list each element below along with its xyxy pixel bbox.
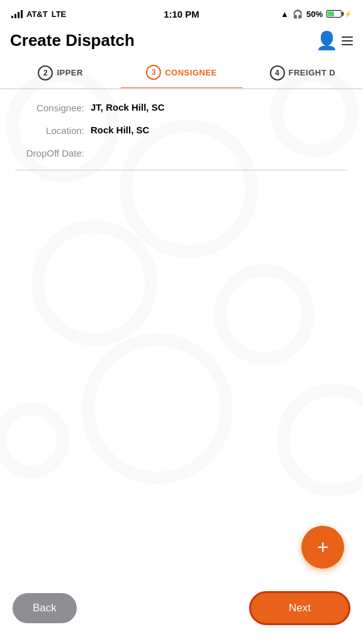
next-button[interactable]: Next [249,591,350,625]
step-tabs: 2 IPPER 3 CONSIGNEE 4 FREIGHT D [0,57,363,89]
svg-point-7 [283,390,363,491]
charging-icon: ⚡ [344,11,352,18]
header: Create Dispatch 👤 [0,25,363,57]
user-icon: 👤 [316,30,338,51]
svg-point-4 [220,270,308,358]
consignee-value: JT, Rock Hill, SC [91,102,165,113]
tab-consignee[interactable]: 3 CONSIGNEE [121,57,242,89]
location-row: Location: Rock Hill, SC [15,125,348,136]
status-bar: AT&T LTE 1:10 PM ▲ 🎧 50% ⚡ [0,0,363,25]
signal-icon [11,9,23,18]
form-divider [15,170,348,170]
svg-point-6 [0,409,63,472]
battery-percent: 50% [306,9,323,19]
battery-icon [327,10,342,18]
headphones-icon: 🎧 [293,9,303,19]
bottom-navigation: Back Next [0,580,363,644]
location-value: Rock Hill, SC [91,125,149,135]
back-button[interactable]: Back [13,593,77,623]
location-label: Location: [15,125,91,136]
tab-consignee-label: CONSIGNEE [165,68,217,77]
svg-point-5 [88,340,226,478]
form-section: Consignee: JT, Rock Hill, SC Location: R… [0,89,363,188]
tab-freight-label: FREIGHT D [289,68,336,77]
status-left: AT&T LTE [11,9,66,19]
tab-freight[interactable]: 4 FREIGHT D [242,57,363,88]
tab-freight-number: 4 [270,65,285,80]
dropoff-label: DropOff Date: [15,147,91,158]
status-time: 1:10 PM [164,9,199,19]
network-type-label: LTE [52,9,67,19]
tab-shipper[interactable]: 2 IPPER [0,57,121,88]
location-icon: ▲ [281,9,289,19]
carrier-label: AT&T [26,9,48,19]
menu-icon [342,36,353,45]
add-button[interactable]: + [301,526,344,569]
dropoff-date-row: DropOff Date: [15,147,348,158]
plus-icon: + [317,537,329,557]
consignee-row: Consignee: JT, Rock Hill, SC [15,102,348,113]
user-menu-button[interactable]: 👤 [316,30,353,51]
tab-shipper-label: IPPER [57,68,83,77]
svg-point-3 [38,226,151,340]
tab-shipper-number: 2 [38,65,53,80]
page-title: Create Dispatch [10,31,135,50]
tab-consignee-number: 3 [146,65,161,80]
status-right: ▲ 🎧 50% ⚡ [281,9,352,19]
consignee-label: Consignee: [15,102,91,113]
